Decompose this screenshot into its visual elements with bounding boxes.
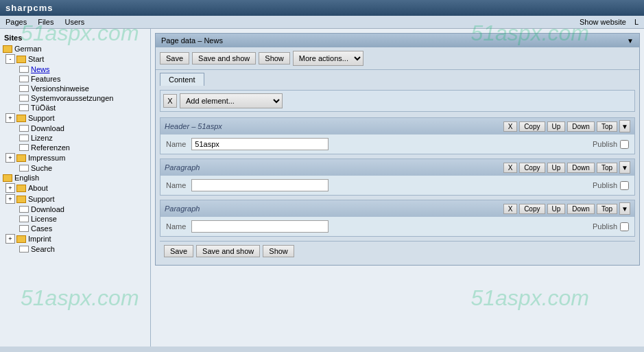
sidebar-item-imprint[interactable]: + Imprint bbox=[0, 233, 150, 244]
sidebar-item-label: Referenzen bbox=[31, 143, 70, 152]
element-copy-button-header[interactable]: Copy bbox=[519, 121, 545, 132]
sidebar-item-label: Systemvoraussetzungen bbox=[31, 94, 113, 102]
panel-dropdown-arrow[interactable]: ▼ bbox=[627, 37, 634, 45]
element-copy-button-paragraph2[interactable]: Copy bbox=[519, 204, 545, 214]
element-top-button-header[interactable]: Top bbox=[597, 121, 617, 132]
sidebar-item-label: Start bbox=[28, 55, 44, 63]
element-up-button-header[interactable]: Up bbox=[547, 121, 566, 132]
element-publish-checkbox-paragraph2[interactable] bbox=[620, 222, 629, 231]
sidebar-item-support-de[interactable]: + Support bbox=[0, 113, 150, 124]
nav-show-website[interactable]: Show website bbox=[580, 18, 626, 26]
element-name-input-paragraph1[interactable] bbox=[191, 179, 329, 191]
element-arrow-button-paragraph1[interactable]: ▼ bbox=[619, 161, 630, 174]
page-data-panel: Page data – News ▼ Save Save and show Sh… bbox=[155, 33, 640, 266]
expand-impressum[interactable]: + bbox=[5, 153, 15, 163]
sidebar-item-license[interactable]: License bbox=[0, 214, 150, 224]
bottom-show-button[interactable]: Show bbox=[263, 245, 294, 257]
sidebar-item-support-en[interactable]: + Support bbox=[0, 193, 150, 204]
sidebar-item-label: Lizenz bbox=[31, 134, 53, 142]
element-name-input-header[interactable] bbox=[191, 138, 329, 150]
bottom-save-and-show-button[interactable]: Save and show bbox=[196, 245, 260, 257]
element-down-button-paragraph2[interactable]: Down bbox=[567, 204, 595, 214]
page-icon bbox=[19, 95, 29, 102]
sidebar-item-referenzen[interactable]: Referenzen bbox=[0, 143, 150, 152]
element-publish-checkbox-header[interactable] bbox=[620, 140, 629, 149]
element-header-paragraph1: Paragraph X Copy Up Down Top ▼ bbox=[160, 159, 634, 176]
sidebar-title: Sites bbox=[0, 32, 150, 44]
sidebar-item-label: Search bbox=[31, 245, 55, 253]
element-up-button-paragraph2[interactable]: Up bbox=[547, 204, 566, 214]
expand-support[interactable]: + bbox=[5, 113, 15, 123]
element-actions-header: X Copy Up Down Top ▼ bbox=[503, 120, 630, 132]
sidebar: Sites German - Start News Features bbox=[0, 29, 151, 347]
element-copy-button-paragraph1[interactable]: Copy bbox=[519, 163, 545, 173]
more-actions-select[interactable]: More actions... bbox=[293, 51, 363, 66]
element-publish-paragraph2: Publish bbox=[593, 222, 629, 231]
element-header-header: Header – 51aspx X Copy Up Down Top ▼ bbox=[160, 118, 634, 134]
main-layout: Sites German - Start News Features bbox=[0, 29, 644, 347]
sidebar-item-german[interactable]: German bbox=[0, 44, 150, 54]
nav-extra[interactable]: L bbox=[634, 18, 639, 26]
element-top-button-paragraph2[interactable]: Top bbox=[597, 204, 617, 214]
show-button[interactable]: Show bbox=[259, 52, 290, 64]
add-element-row: X Add element... Header Paragraph Image … bbox=[160, 90, 635, 112]
page-icon bbox=[19, 85, 29, 92]
tab-content-area: X Add element... Header Paragraph Image … bbox=[156, 86, 639, 265]
sidebar-item-features[interactable]: Features bbox=[0, 74, 150, 84]
sidebar-item-english[interactable]: English bbox=[0, 173, 150, 183]
element-publish-checkbox-paragraph1[interactable] bbox=[620, 181, 629, 190]
nav-pages[interactable]: Pages bbox=[5, 18, 27, 26]
expand-support-en[interactable]: + bbox=[5, 194, 15, 204]
sidebar-item-label: News bbox=[31, 65, 50, 73]
element-arrow-button-header[interactable]: ▼ bbox=[619, 120, 630, 132]
element-x-button-paragraph1[interactable]: X bbox=[503, 163, 517, 173]
sidebar-item-start[interactable]: - Start bbox=[0, 54, 150, 64]
expand-imprint[interactable]: + bbox=[5, 234, 15, 244]
element-x-button-header[interactable]: X bbox=[503, 121, 517, 132]
sidebar-item-cases[interactable]: Cases bbox=[0, 224, 150, 233]
sidebar-item-news[interactable]: News bbox=[0, 64, 150, 74]
page-icon bbox=[19, 144, 29, 151]
expand-start[interactable]: - bbox=[5, 54, 15, 64]
add-element-dropdown[interactable]: Add element... Header Paragraph Image Li… bbox=[180, 93, 283, 108]
tab-content[interactable]: Content bbox=[160, 73, 204, 86]
sidebar-item-impressum[interactable]: + Impressum bbox=[0, 152, 150, 163]
nav-users[interactable]: Users bbox=[64, 18, 84, 26]
add-element-x-button[interactable]: X bbox=[163, 94, 177, 108]
sidebar-item-versionshinweise[interactable]: Versionshinweise bbox=[0, 84, 150, 93]
element-down-button-paragraph1[interactable]: Down bbox=[567, 163, 595, 173]
save-and-show-button[interactable]: Save and show bbox=[192, 52, 256, 64]
element-publish-paragraph1: Publish bbox=[593, 181, 629, 190]
element-up-button-paragraph1[interactable]: Up bbox=[547, 163, 566, 173]
sidebar-item-about[interactable]: + About bbox=[0, 183, 150, 193]
tab-bar: Content bbox=[156, 70, 639, 86]
panel-title: Page data – News bbox=[161, 36, 223, 45]
element-top-button-paragraph1[interactable]: Top bbox=[597, 163, 617, 173]
folder-icon bbox=[16, 235, 26, 243]
element-down-button-header[interactable]: Down bbox=[567, 121, 595, 132]
element-arrow-button-paragraph2[interactable]: ▼ bbox=[619, 202, 630, 215]
more-actions-dropdown[interactable]: More actions... bbox=[293, 51, 363, 66]
sidebar-item-download-de[interactable]: Download bbox=[0, 124, 150, 133]
sidebar-item-systemvoraussetzungen[interactable]: Systemvoraussetzungen bbox=[0, 93, 150, 103]
element-block-paragraph2: Paragraph X Copy Up Down Top ▼ Name bbox=[160, 200, 635, 237]
sidebar-item-search[interactable]: Search bbox=[0, 244, 150, 254]
element-body-paragraph1: Name Publish bbox=[160, 176, 634, 195]
expand-about[interactable]: + bbox=[5, 183, 15, 193]
sidebar-item-download-en[interactable]: Download bbox=[0, 204, 150, 214]
add-element-select[interactable]: Add element... Header Paragraph Image Li… bbox=[180, 93, 283, 108]
element-x-button-paragraph2[interactable]: X bbox=[503, 204, 517, 214]
sidebar-item-suche[interactable]: Suche bbox=[0, 163, 150, 173]
page-icon bbox=[19, 206, 29, 213]
element-publish-header: Publish bbox=[593, 140, 629, 149]
folder-icon bbox=[16, 56, 26, 63]
save-button[interactable]: Save bbox=[160, 52, 189, 64]
sidebar-item-lizenz[interactable]: Lizenz bbox=[0, 133, 150, 143]
nav-files[interactable]: Files bbox=[38, 18, 53, 26]
element-name-input-paragraph2[interactable] bbox=[191, 220, 329, 233]
bottom-save-button[interactable]: Save bbox=[164, 245, 193, 257]
sidebar-item-tuoast[interactable]: TüÖäst bbox=[0, 103, 150, 113]
app-title: sharpcms bbox=[5, 3, 53, 13]
page-icon bbox=[19, 66, 29, 73]
sidebar-item-label: TüÖäst bbox=[31, 104, 56, 112]
